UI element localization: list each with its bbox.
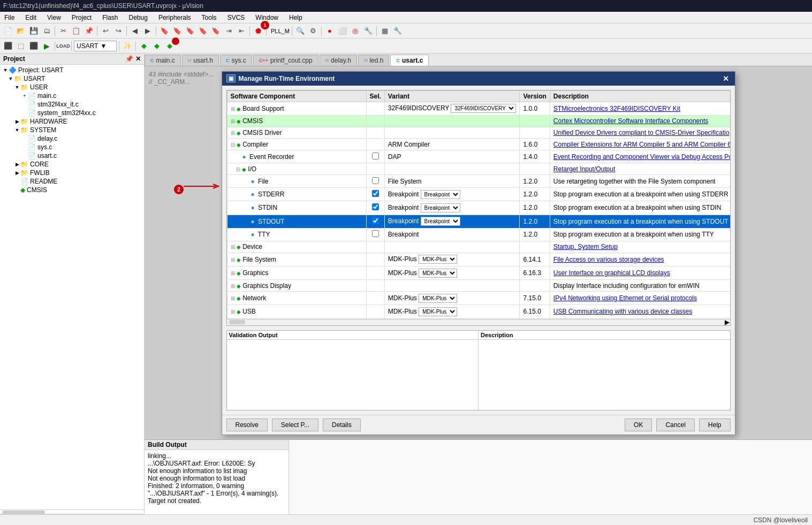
cell-cmsis-driver-desc[interactable]: Unified Device Drivers compliant to CMSI… xyxy=(550,127,730,139)
ok-btn[interactable]: OK xyxy=(625,419,652,431)
cell-tty-sel[interactable] xyxy=(366,228,384,241)
expand-cmsis-icon[interactable]: ⊞ xyxy=(231,118,235,124)
scroll-right-btn[interactable]: ▶ xyxy=(724,319,730,325)
cell-event-recorder-desc[interactable]: Event Recording and Component Viewer via… xyxy=(550,150,730,163)
tb2-btn3[interactable]: ⬛ xyxy=(28,40,40,52)
event-recorder-link[interactable]: Event Recording and Component Viewer via… xyxy=(553,153,730,161)
menu-flash[interactable]: Flash xyxy=(100,13,120,22)
wrench-btn[interactable]: 🔧 xyxy=(392,25,404,37)
left-scroll[interactable] xyxy=(0,509,144,514)
cell-cmsis-desc[interactable]: Cortex Microcontroller Software Interfac… xyxy=(550,115,730,127)
details-btn[interactable]: Details xyxy=(323,419,361,431)
tab-sys-c[interactable]: C sys.c xyxy=(220,55,252,66)
cell-event-recorder-name[interactable]: ● Event Recorder xyxy=(227,150,366,163)
cancel-btn[interactable]: Cancel xyxy=(656,419,694,431)
file-checkbox[interactable] xyxy=(372,177,379,184)
copy-btn[interactable]: 📋 xyxy=(70,25,82,37)
tab-printf-cpp[interactable]: C++ printf_cout.cpp xyxy=(253,55,318,66)
menu-edit[interactable]: Edit xyxy=(23,13,39,22)
cell-usb-desc[interactable]: USB Communicating with various device cl… xyxy=(550,305,730,318)
network-link[interactable]: IPv4 Networking using Ethernet or Serial… xyxy=(553,294,697,302)
expand-cmsis-driver-icon[interactable]: ⊞ xyxy=(231,130,235,136)
table-scroll-area[interactable]: Software Component Sel. Variant Version … xyxy=(227,90,730,319)
expand-io-icon[interactable]: ⊟ xyxy=(236,166,240,172)
cell-stdin-name[interactable]: ● STDIN xyxy=(227,201,366,215)
help-btn[interactable]: Help xyxy=(699,419,731,431)
tab-led-h[interactable]: H led.h xyxy=(358,55,390,66)
expand-main[interactable]: + xyxy=(21,93,28,98)
cell-device-name[interactable]: ⊞ ◆ Device xyxy=(227,241,366,253)
cell-graphics-display-name[interactable]: ⊞ ◆ Graphics Display xyxy=(227,280,366,292)
graphics-link[interactable]: User Interface on graphical LCD displays xyxy=(553,269,670,277)
bookmark4-btn[interactable]: 🔖 xyxy=(197,25,209,37)
paste-btn[interactable]: 📌 xyxy=(83,25,95,37)
menu-peripherals[interactable]: Peripherals xyxy=(156,13,193,22)
back-btn[interactable]: ◀ xyxy=(129,25,141,37)
grid-btn[interactable]: ▦ xyxy=(379,25,391,37)
cell-usb-name[interactable]: ⊞ ◆ USB xyxy=(227,305,366,318)
green3-btn[interactable]: ◆ xyxy=(164,40,176,52)
cell-stdin-variant[interactable]: Breakpoint Breakpoint xyxy=(384,201,520,215)
menu-project[interactable]: Project xyxy=(70,13,94,22)
expand-fwlib[interactable]: ▶ xyxy=(14,170,20,176)
stdin-checkbox[interactable] xyxy=(372,203,379,210)
graphics-variant-select[interactable]: MDK-Plus xyxy=(419,269,457,278)
cell-filesystem-variant[interactable]: MDK-Plus MDK-Plus xyxy=(384,253,520,266)
expand-gd-icon[interactable]: ⊞ xyxy=(231,283,235,289)
cell-filesystem-name[interactable]: ⊞ ◆ File System xyxy=(227,253,366,266)
menu-file[interactable]: File xyxy=(2,13,17,22)
io-link[interactable]: Retarget Input/Output xyxy=(553,165,615,173)
cell-stderr-variant[interactable]: Breakpoint Breakpoint xyxy=(384,188,520,201)
menu-debug[interactable]: Debug xyxy=(127,13,150,22)
menu-tools[interactable]: Tools xyxy=(200,13,219,22)
cmsis-driver-link[interactable]: Unified Device Drivers compliant to CMSI… xyxy=(553,129,730,136)
tree-item-fwlib[interactable]: ▶ 📁 FWLIB xyxy=(1,169,143,177)
cell-io-desc[interactable]: Retarget Input/Output xyxy=(550,163,730,175)
cell-event-recorder-sel[interactable] xyxy=(366,150,384,163)
tree-item-system[interactable]: 📄 system_stm32f4xx.c xyxy=(1,109,143,117)
cell-file-name[interactable]: ● File xyxy=(227,175,366,188)
board-support-variant-select[interactable]: 32F469IDISCOVERY xyxy=(451,104,516,113)
save-btn[interactable]: 💾 xyxy=(28,25,40,37)
tab-usart-c[interactable]: C usart.c xyxy=(390,55,429,66)
stderr-variant-select[interactable]: Breakpoint xyxy=(421,190,460,199)
select-plus-btn[interactable]: Select P... xyxy=(272,419,318,431)
tree-item-cmsis[interactable]: ◆ CMSIS xyxy=(1,186,143,194)
new-btn[interactable]: 📄 xyxy=(2,25,14,37)
cell-cmsis-name[interactable]: ⊞ ◆ CMSIS xyxy=(227,115,366,127)
settings-btn[interactable]: ⚙ xyxy=(307,25,319,37)
table-hscroll[interactable]: ▶ xyxy=(227,319,730,325)
stdout-variant-select[interactable]: Breakpoint xyxy=(421,217,460,226)
cell-graphics-desc[interactable]: User Interface on graphical LCD displays xyxy=(550,266,730,279)
tb2-load[interactable]: LOAD xyxy=(57,40,69,52)
cell-compiler-desc[interactable]: Compiler Extensions for ARM Compiler 5 a… xyxy=(550,139,730,150)
filesystem-variant-select[interactable]: MDK-Plus xyxy=(419,255,457,264)
tree-item-user[interactable]: ▼ 📁 USER xyxy=(1,83,143,92)
cell-network-name[interactable]: ⊞ ◆ Network xyxy=(227,291,366,305)
cell-board-support-desc[interactable]: STMicroelectronics 32F469IDISCOVERY Kit xyxy=(550,102,730,115)
tb2-btn2[interactable]: ⬚ xyxy=(15,40,27,52)
expand-usb-icon[interactable]: ⊞ xyxy=(231,309,235,315)
left-scrollbar[interactable] xyxy=(2,511,45,514)
tree-item-usart-c[interactable]: 📄 usart.c xyxy=(1,151,143,160)
stdin-variant-select[interactable]: Breakpoint xyxy=(421,203,460,212)
expand-filesystem-icon[interactable]: ⊞ xyxy=(231,257,235,263)
expand-compiler-icon[interactable]: ⊟ xyxy=(231,142,235,148)
tab-usart-h[interactable]: H usart.h xyxy=(182,55,219,66)
board-support-link[interactable]: STMicroelectronics 32F469IDISCOVERY Kit xyxy=(553,105,680,112)
tree-item-stm32it[interactable]: 📄 stm32f4xx_it.c xyxy=(1,100,143,109)
rte-table-wrapper[interactable]: Software Component Sel. Variant Version … xyxy=(226,90,731,326)
undo-btn[interactable]: ↩ xyxy=(100,25,111,37)
tree-item-readme[interactable]: 📄 README xyxy=(1,177,143,186)
bookmark2-btn[interactable]: 🔖 xyxy=(171,25,183,37)
indent-btn[interactable]: ⇥ xyxy=(223,25,234,37)
stop-btn[interactable]: ⬜ xyxy=(337,25,348,37)
tree-item-sys[interactable]: 📄 sys.c xyxy=(1,143,143,151)
expand-network-icon[interactable]: ⊞ xyxy=(231,295,235,301)
cell-stdout-sel[interactable] xyxy=(366,215,384,228)
menu-help[interactable]: Help xyxy=(287,13,305,22)
compiler-link[interactable]: Compiler Extensions for ARM Compiler 5 a… xyxy=(553,141,730,148)
cell-filesystem-desc[interactable]: File Access on various storage devices xyxy=(550,253,730,266)
annotation-btn1[interactable]: ⬟ xyxy=(252,25,264,37)
filesystem-link[interactable]: File Access on various storage devices xyxy=(553,256,664,263)
